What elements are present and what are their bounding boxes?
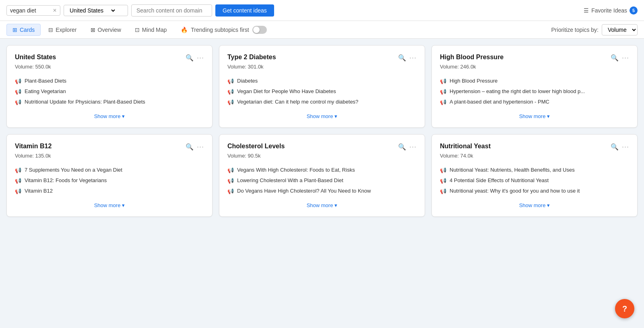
card-search-icon-2[interactable]: 🔍 [611,54,619,62]
show-more-3[interactable]: Show more▾ [15,202,204,208]
favorite-ideas-button[interactable]: ☰ Favorite Ideas 5 [584,6,638,15]
show-more-label-3: Show more [94,202,121,208]
card-search-icon-3[interactable]: 🔍 [186,143,194,151]
tab-cards[interactable]: ⊞ Cards [6,24,41,36]
card-header-icons-3[interactable]: 🔍··· [186,143,204,151]
show-more-label-5: Show more [519,202,546,208]
nav-bar: ⊞ Cards ⊟ Explorer ⊠ Overview ⊡ Mind Map… [0,21,644,39]
tab-explorer[interactable]: ⊟ Explorer [42,24,83,36]
show-more-2[interactable]: Show more▾ [440,113,629,119]
card-items-4: 📢Vegans With High Cholesterol: Foods to … [227,167,417,194]
card-more-icon-5[interactable]: ··· [622,143,629,151]
megaphone-icon-0-1: 📢 [15,89,21,95]
card-item-text-0-0: Plant-Based Diets [25,78,66,84]
megaphone-icon-1-1: 📢 [227,89,234,95]
megaphone-icon-5-2: 📢 [440,188,446,194]
list-icon: ☰ [584,7,589,14]
card-item-text-4-1: Lowering Cholesterol With a Plant-Based … [237,177,343,183]
card-item-1-0[interactable]: 📢Diabetes [227,78,417,84]
card-1: Type 2 Diabetes🔍···Volume: 301.0k📢Diabet… [219,45,425,128]
card-item-5-2[interactable]: 📢Nutritional yeast: Why it's good for yo… [440,188,629,194]
card-item-2-0[interactable]: 📢High Blood Pressure [440,78,629,84]
mindmap-tab-icon: ⊡ [135,27,140,33]
card-items-1: 📢Diabetes📢Vegan Diet for People Who Have… [227,78,417,105]
get-ideas-button[interactable]: Get content ideas [215,4,274,17]
country-select-wrap[interactable]: United States [64,5,128,16]
card-title-2: High Blood Pressure [440,54,504,61]
card-search-icon-5[interactable]: 🔍 [611,143,619,151]
trending-toggle[interactable] [252,26,267,34]
card-header-icons-1[interactable]: 🔍··· [398,54,417,62]
card-more-icon-4[interactable]: ··· [409,143,417,151]
chevron-down-icon-5: ▾ [547,202,550,208]
card-header-5: Nutritional Yeast🔍··· [440,143,629,151]
fire-icon: 🔥 [181,27,188,33]
card-title-5: Nutritional Yeast [440,143,491,150]
favorite-label: Favorite Ideas [591,7,627,14]
card-item-4-0[interactable]: 📢Vegans With High Cholesterol: Foods to … [227,167,417,173]
clear-search-button[interactable]: ✕ [53,8,57,13]
card-item-5-0[interactable]: 📢Nutritional Yeast: Nutrients, Health Be… [440,167,629,173]
card-header-1: Type 2 Diabetes🔍··· [227,54,417,62]
card-item-0-2[interactable]: 📢Nutritional Update for Physicians: Plan… [15,99,204,105]
prioritize-select[interactable]: Volume [602,24,638,35]
keyword-search-input[interactable] [10,7,50,14]
card-5: Nutritional Yeast🔍···Volume: 74.0k📢Nutri… [431,134,638,217]
domain-search-input[interactable] [131,4,212,17]
megaphone-icon-3-2: 📢 [15,188,21,194]
card-header-icons-0[interactable]: 🔍··· [186,54,204,62]
card-more-icon-2[interactable]: ··· [622,54,629,62]
show-more-4[interactable]: Show more▾ [227,202,417,208]
card-item-3-2[interactable]: 📢Vitamin B12 [15,188,204,194]
tab-mindmap[interactable]: ⊡ Mind Map [129,24,173,36]
card-item-3-0[interactable]: 📢7 Supplements You Need on a Vegan Diet [15,167,204,173]
card-header-3: Vitamin B12🔍··· [15,143,204,151]
card-header-icons-4[interactable]: 🔍··· [398,143,417,151]
card-item-4-1[interactable]: 📢Lowering Cholesterol With a Plant-Based… [227,177,417,184]
card-item-0-0[interactable]: 📢Plant-Based Diets [15,78,204,84]
card-search-icon-0[interactable]: 🔍 [186,54,194,62]
megaphone-icon-5-0: 📢 [440,167,446,173]
card-item-text-5-1: 4 Potential Side Effects of Nutritional … [450,177,549,183]
card-items-0: 📢Plant-Based Diets📢Eating Vegetarian📢Nut… [15,78,204,105]
country-select[interactable]: United States [68,7,116,14]
show-more-label-0: Show more [94,113,121,119]
show-more-0[interactable]: Show more▾ [15,113,204,119]
show-more-1[interactable]: Show more▾ [227,113,417,119]
cards-tab-label: Cards [20,27,35,33]
megaphone-icon-3-0: 📢 [15,167,21,173]
card-item-1-1[interactable]: 📢Vegan Diet for People Who Have Diabetes [227,88,417,95]
card-item-2-2[interactable]: 📢A plant-based diet and hypertension - P… [440,99,629,105]
card-item-5-1[interactable]: 📢4 Potential Side Effects of Nutritional… [440,177,629,184]
card-more-icon-3[interactable]: ··· [197,143,204,151]
card-item-1-2[interactable]: 📢Vegetarian diet: Can it help me control… [227,99,417,105]
card-search-icon-4[interactable]: 🔍 [398,143,406,151]
cards-tab-icon: ⊞ [12,27,17,33]
card-item-4-2[interactable]: 📢Do Vegans Have High Cholesterol? All Yo… [227,188,417,194]
card-item-text-2-0: High Blood Pressure [450,78,497,84]
card-item-text-2-2: A plant-based diet and hypertension - PM… [450,99,549,105]
megaphone-icon-0-0: 📢 [15,78,21,84]
card-header-icons-2[interactable]: 🔍··· [611,54,629,62]
chevron-down-icon-2: ▾ [547,113,550,119]
card-header-0: United States🔍··· [15,54,204,62]
mindmap-tab-label: Mind Map [142,27,167,33]
megaphone-icon-4-2: 📢 [227,188,234,194]
show-more-5[interactable]: Show more▾ [440,202,629,208]
card-more-icon-1[interactable]: ··· [409,54,417,62]
card-items-5: 📢Nutritional Yeast: Nutrients, Health Be… [440,167,629,194]
card-search-icon-1[interactable]: 🔍 [398,54,406,62]
card-item-3-1[interactable]: 📢Vitamin B12: Foods for Vegetarians [15,177,204,184]
card-more-icon-0[interactable]: ··· [197,54,204,62]
overview-tab-icon: ⊠ [91,27,95,33]
favorite-count-badge: 5 [630,6,638,15]
tab-overview[interactable]: ⊠ Overview [85,24,127,36]
chevron-down-icon-3: ▾ [122,202,125,208]
card-header-icons-5[interactable]: 🔍··· [611,143,629,151]
card-item-0-1[interactable]: 📢Eating Vegetarian [15,88,204,95]
top-bar: ✕ United States Get content ideas ☰ Favo… [0,0,644,21]
card-volume-4: Volume: 90.5k [227,153,417,159]
card-item-2-1[interactable]: 📢Hypertension – eating the right diet to… [440,88,629,95]
trending-wrap: 🔥 Trending subtopics first [181,26,266,34]
card-item-text-4-0: Vegans With High Cholesterol: Foods to E… [237,167,355,173]
